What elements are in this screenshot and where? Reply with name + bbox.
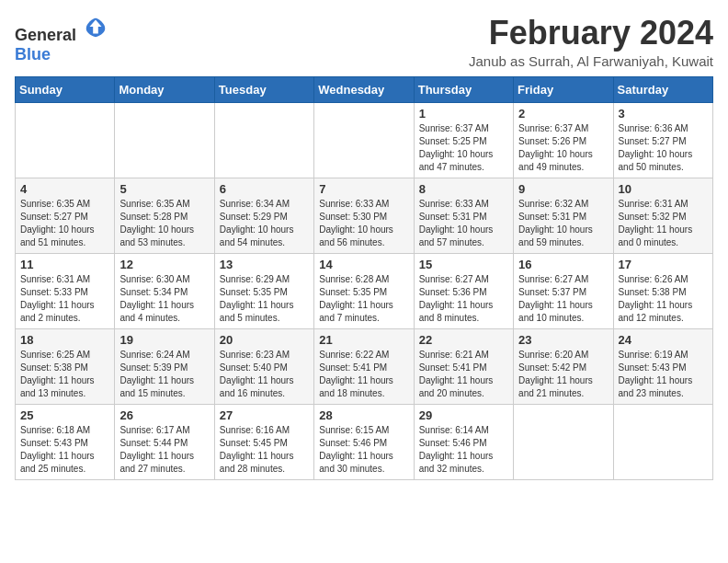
week-row-5: 25Sunrise: 6:18 AM Sunset: 5:43 PM Dayli… (16, 404, 713, 479)
calendar-cell: 4Sunrise: 6:35 AM Sunset: 5:27 PM Daylig… (16, 178, 115, 253)
calendar-cell: 12Sunrise: 6:30 AM Sunset: 5:34 PM Dayli… (115, 253, 214, 328)
logo-general: General (15, 26, 76, 44)
day-info: Sunrise: 6:31 AM Sunset: 5:33 PM Dayligh… (20, 273, 109, 325)
calendar-cell: 24Sunrise: 6:19 AM Sunset: 5:43 PM Dayli… (613, 328, 712, 404)
calendar-cell: 2Sunrise: 6:37 AM Sunset: 5:26 PM Daylig… (514, 102, 613, 178)
calendar-cell (115, 102, 214, 178)
calendar-cell (214, 102, 313, 178)
day-number: 2 (518, 107, 608, 121)
day-info: Sunrise: 6:15 AM Sunset: 5:46 PM Dayligh… (319, 424, 408, 476)
day-number: 27 (220, 408, 309, 422)
calendar-cell: 8Sunrise: 6:33 AM Sunset: 5:31 PM Daylig… (414, 178, 513, 253)
day-info: Sunrise: 6:14 AM Sunset: 5:46 PM Dayligh… (419, 424, 508, 476)
logo-icon (83, 15, 108, 40)
calendar-cell: 26Sunrise: 6:17 AM Sunset: 5:44 PM Dayli… (115, 404, 214, 479)
header-wednesday: Wednesday (314, 76, 414, 102)
day-number: 26 (119, 408, 209, 422)
calendar-cell: 28Sunrise: 6:15 AM Sunset: 5:46 PM Dayli… (314, 404, 414, 479)
day-number: 16 (518, 258, 608, 271)
calendar-cell: 3Sunrise: 6:36 AM Sunset: 5:27 PM Daylig… (613, 102, 712, 178)
day-info: Sunrise: 6:20 AM Sunset: 5:42 PM Dayligh… (518, 349, 608, 400)
calendar-cell: 14Sunrise: 6:28 AM Sunset: 5:35 PM Dayli… (314, 253, 414, 328)
calendar-table: SundayMondayTuesdayWednesdayThursdayFrid… (15, 76, 713, 480)
page-header: General Blue February 2024 Janub as Surr… (15, 15, 713, 69)
day-number: 5 (119, 182, 209, 196)
calendar-cell (314, 102, 414, 178)
day-info: Sunrise: 6:27 AM Sunset: 5:36 PM Dayligh… (419, 273, 508, 325)
header-monday: Monday (115, 76, 214, 102)
day-number: 9 (518, 182, 608, 196)
day-info: Sunrise: 6:29 AM Sunset: 5:35 PM Dayligh… (220, 273, 309, 325)
day-info: Sunrise: 6:23 AM Sunset: 5:40 PM Dayligh… (220, 349, 309, 400)
calendar-cell: 22Sunrise: 6:21 AM Sunset: 5:41 PM Dayli… (414, 328, 513, 404)
day-number: 14 (319, 258, 408, 271)
days-header-row: SundayMondayTuesdayWednesdayThursdayFrid… (16, 76, 713, 102)
calendar-title: February 2024 (469, 15, 713, 52)
day-number: 7 (319, 182, 408, 196)
day-number: 3 (619, 107, 708, 121)
day-number: 21 (319, 333, 408, 347)
calendar-subtitle: Janub as Surrah, Al Farwaniyah, Kuwait (469, 53, 713, 69)
day-number: 23 (518, 333, 608, 347)
day-number: 15 (419, 258, 508, 271)
day-info: Sunrise: 6:35 AM Sunset: 5:28 PM Dayligh… (119, 198, 209, 249)
day-info: Sunrise: 6:21 AM Sunset: 5:41 PM Dayligh… (419, 349, 508, 400)
day-number: 12 (119, 258, 209, 271)
calendar-cell: 10Sunrise: 6:31 AM Sunset: 5:32 PM Dayli… (613, 178, 712, 253)
day-info: Sunrise: 6:35 AM Sunset: 5:27 PM Dayligh… (20, 198, 109, 249)
day-info: Sunrise: 6:16 AM Sunset: 5:45 PM Dayligh… (220, 424, 309, 476)
day-info: Sunrise: 6:31 AM Sunset: 5:32 PM Dayligh… (619, 198, 708, 249)
logo-blue: Blue (15, 45, 51, 63)
day-number: 10 (619, 182, 708, 196)
day-number: 13 (220, 258, 309, 271)
header-friday: Friday (514, 76, 613, 102)
header-sunday: Sunday (16, 76, 115, 102)
day-info: Sunrise: 6:32 AM Sunset: 5:31 PM Dayligh… (518, 198, 608, 249)
day-number: 11 (20, 258, 109, 271)
week-row-2: 4Sunrise: 6:35 AM Sunset: 5:27 PM Daylig… (16, 178, 713, 253)
calendar-cell: 29Sunrise: 6:14 AM Sunset: 5:46 PM Dayli… (414, 404, 513, 479)
day-info: Sunrise: 6:37 AM Sunset: 5:26 PM Dayligh… (518, 122, 608, 174)
title-section: February 2024 Janub as Surrah, Al Farwan… (469, 15, 713, 69)
logo-text: General Blue (15, 15, 108, 64)
calendar-cell: 19Sunrise: 6:24 AM Sunset: 5:39 PM Dayli… (115, 328, 214, 404)
day-number: 18 (20, 333, 109, 347)
day-info: Sunrise: 6:36 AM Sunset: 5:27 PM Dayligh… (619, 122, 708, 174)
day-number: 4 (20, 182, 109, 196)
day-info: Sunrise: 6:24 AM Sunset: 5:39 PM Dayligh… (119, 349, 209, 400)
calendar-cell: 20Sunrise: 6:23 AM Sunset: 5:40 PM Dayli… (214, 328, 313, 404)
day-number: 19 (119, 333, 209, 347)
calendar-cell: 16Sunrise: 6:27 AM Sunset: 5:37 PM Dayli… (514, 253, 613, 328)
day-info: Sunrise: 6:26 AM Sunset: 5:38 PM Dayligh… (619, 273, 708, 325)
calendar-cell: 27Sunrise: 6:16 AM Sunset: 5:45 PM Dayli… (214, 404, 313, 479)
day-number: 17 (619, 258, 708, 271)
calendar-cell: 21Sunrise: 6:22 AM Sunset: 5:41 PM Dayli… (314, 328, 414, 404)
calendar-cell: 9Sunrise: 6:32 AM Sunset: 5:31 PM Daylig… (514, 178, 613, 253)
day-number: 22 (419, 333, 508, 347)
day-number: 8 (419, 182, 508, 196)
day-info: Sunrise: 6:37 AM Sunset: 5:25 PM Dayligh… (419, 122, 508, 174)
calendar-cell (613, 404, 712, 479)
day-info: Sunrise: 6:18 AM Sunset: 5:43 PM Dayligh… (20, 424, 109, 476)
calendar-cell: 7Sunrise: 6:33 AM Sunset: 5:30 PM Daylig… (314, 178, 414, 253)
day-number: 25 (20, 408, 109, 422)
calendar-cell: 15Sunrise: 6:27 AM Sunset: 5:36 PM Dayli… (414, 253, 513, 328)
day-info: Sunrise: 6:17 AM Sunset: 5:44 PM Dayligh… (119, 424, 209, 476)
day-number: 24 (619, 333, 708, 347)
calendar-cell: 25Sunrise: 6:18 AM Sunset: 5:43 PM Dayli… (16, 404, 115, 479)
calendar-cell (16, 102, 115, 178)
calendar-cell: 13Sunrise: 6:29 AM Sunset: 5:35 PM Dayli… (214, 253, 313, 328)
calendar-cell: 17Sunrise: 6:26 AM Sunset: 5:38 PM Dayli… (613, 253, 712, 328)
day-number: 6 (220, 182, 309, 196)
calendar-cell: 6Sunrise: 6:34 AM Sunset: 5:29 PM Daylig… (214, 178, 313, 253)
day-info: Sunrise: 6:25 AM Sunset: 5:38 PM Dayligh… (20, 349, 109, 400)
day-info: Sunrise: 6:33 AM Sunset: 5:31 PM Dayligh… (419, 198, 508, 249)
day-info: Sunrise: 6:34 AM Sunset: 5:29 PM Dayligh… (220, 198, 309, 249)
calendar-cell (514, 404, 613, 479)
header-thursday: Thursday (414, 76, 513, 102)
logo: General Blue (15, 15, 108, 64)
day-number: 20 (220, 333, 309, 347)
week-row-4: 18Sunrise: 6:25 AM Sunset: 5:38 PM Dayli… (16, 328, 713, 404)
day-info: Sunrise: 6:28 AM Sunset: 5:35 PM Dayligh… (319, 273, 408, 325)
calendar-cell: 5Sunrise: 6:35 AM Sunset: 5:28 PM Daylig… (115, 178, 214, 253)
